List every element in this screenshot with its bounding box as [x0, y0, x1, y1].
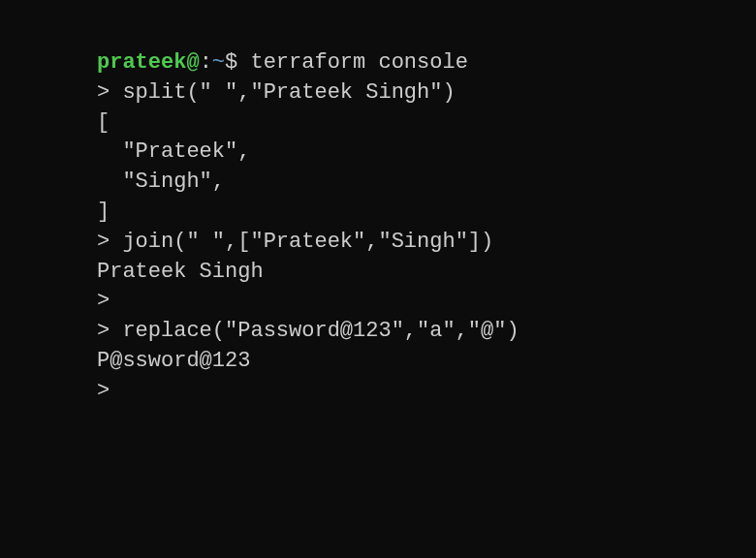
shell-prompt-line: prateek@:~$ terraform console — [97, 48, 727, 78]
console-line: ] — [97, 198, 727, 228]
console-line: > replace("Password@123","a","@") — [97, 317, 727, 347]
prompt-dollar: $ — [225, 50, 250, 75]
console-line: [ — [97, 108, 727, 139]
console-line: P@ssword@123 — [97, 347, 727, 377]
console-line: > — [97, 377, 727, 407]
prompt-colon: : — [200, 50, 212, 75]
console-line: > join(" ",["Prateek","Singh"]) — [97, 228, 727, 258]
prompt-path: ~ — [212, 50, 225, 75]
console-line: > — [97, 287, 727, 317]
console-line: Prateek Singh — [97, 258, 727, 288]
console-line: > split(" ","Prateek Singh") — [97, 78, 727, 108]
prompt-user: prateek — [97, 50, 186, 75]
shell-command: terraform console — [250, 50, 467, 75]
console-line: "Prateek", — [97, 138, 727, 168]
console-line: "Singh", — [97, 168, 727, 198]
prompt-at: @ — [186, 50, 199, 75]
